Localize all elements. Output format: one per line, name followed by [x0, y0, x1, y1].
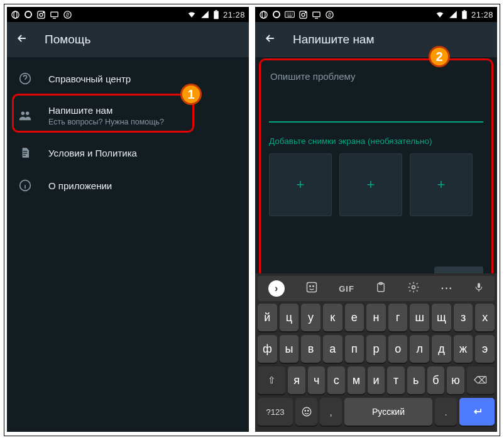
key[interactable]: у	[301, 304, 320, 331]
keyboard-suggest-bar: › GIF ···	[258, 276, 495, 301]
opera-icon	[259, 10, 268, 19]
key[interactable]: з	[454, 304, 473, 331]
emoji-key[interactable]	[295, 398, 317, 426]
keyboard-row-3: ⇧ я ч с м и т ь б ю ⌫	[258, 366, 495, 394]
period-key[interactable]: .	[435, 398, 457, 426]
screen-icon	[50, 10, 59, 19]
svg-point-4	[40, 13, 43, 16]
svg-point-14	[260, 11, 267, 18]
shazam-icon	[325, 10, 334, 19]
backspace-key[interactable]: ⌫	[467, 366, 495, 394]
key[interactable]: с	[327, 366, 345, 394]
key[interactable]: н	[366, 304, 386, 331]
key[interactable]: о	[388, 335, 408, 363]
highlight-box-1	[12, 94, 194, 133]
svg-point-33	[305, 410, 306, 412]
instagram-icon	[36, 10, 46, 19]
svg-point-2	[25, 11, 31, 18]
key[interactable]: г	[388, 304, 408, 331]
key[interactable]: ж	[454, 335, 473, 363]
key[interactable]: я	[288, 366, 305, 394]
key[interactable]: д	[432, 335, 451, 363]
svg-point-20	[305, 12, 306, 13]
help-item-about[interactable]: О приложении	[7, 169, 249, 202]
svg-rect-21	[313, 12, 320, 17]
back-icon[interactable]	[264, 32, 277, 47]
circle-icon	[272, 10, 281, 19]
key[interactable]: э	[475, 335, 495, 363]
svg-rect-25	[307, 283, 316, 292]
signal-icon	[449, 10, 457, 19]
numbers-key[interactable]: ?123	[258, 398, 293, 426]
help-item-terms[interactable]: Условия и Политика	[7, 136, 249, 169]
keyboard-row-4: ?123 , Русский .	[258, 398, 495, 426]
key[interactable]: т	[387, 366, 405, 394]
key[interactable]: в	[301, 335, 320, 363]
key[interactable]: к	[323, 304, 342, 331]
chevron-right-icon[interactable]: ›	[268, 280, 285, 297]
spacebar-key[interactable]: Русский	[344, 398, 432, 426]
more-icon[interactable]: ···	[441, 283, 453, 294]
gear-icon[interactable]	[407, 281, 420, 296]
key[interactable]: ю	[447, 366, 464, 394]
page-title: Напишите нам	[293, 33, 375, 47]
battery-icon	[213, 10, 219, 19]
shazam-icon	[63, 10, 72, 19]
svg-rect-8	[214, 11, 219, 19]
svg-rect-9	[215, 10, 217, 11]
mic-icon[interactable]	[474, 281, 484, 296]
svg-point-30	[412, 286, 415, 289]
help-item-help-center[interactable]: Справочный центр	[7, 62, 249, 95]
question-icon	[18, 72, 32, 85]
sticker-icon[interactable]	[305, 281, 318, 296]
svg-point-15	[262, 11, 265, 18]
opera-icon	[11, 10, 20, 19]
key[interactable]: щ	[432, 304, 451, 331]
key[interactable]: и	[368, 366, 385, 394]
svg-point-27	[313, 286, 314, 287]
key[interactable]: б	[427, 366, 445, 394]
back-icon[interactable]	[16, 32, 28, 47]
key[interactable]: й	[258, 304, 277, 331]
enter-key[interactable]	[459, 398, 495, 426]
key[interactable]: ч	[308, 366, 326, 394]
svg-rect-17	[285, 11, 295, 17]
document-icon	[18, 146, 32, 159]
battery-icon	[461, 10, 468, 19]
clipboard-icon[interactable]	[375, 281, 386, 296]
key[interactable]: ш	[410, 304, 429, 331]
keyboard-status-icon	[285, 11, 295, 18]
key[interactable]: п	[345, 335, 364, 363]
status-bar: 21:28	[255, 7, 497, 22]
svg-rect-24	[463, 10, 465, 11]
key[interactable]: е	[345, 304, 364, 331]
svg-rect-31	[478, 283, 480, 288]
svg-point-5	[43, 12, 44, 13]
help-item-label: Условия и Политика	[48, 148, 137, 158]
status-bar: 21:28	[7, 7, 249, 22]
key[interactable]: л	[410, 335, 429, 363]
comma-key[interactable]: ,	[320, 398, 342, 426]
screen-icon	[312, 10, 321, 19]
svg-point-19	[302, 13, 305, 16]
wifi-icon	[435, 10, 445, 19]
key[interactable]: ф	[258, 335, 277, 363]
key[interactable]: а	[323, 335, 342, 363]
key[interactable]: м	[348, 366, 365, 394]
svg-point-32	[302, 407, 311, 416]
key[interactable]: ь	[407, 366, 425, 394]
svg-rect-6	[51, 12, 58, 17]
app-header: Напишите нам	[255, 22, 497, 57]
shift-key[interactable]: ⇧	[258, 366, 285, 394]
key[interactable]: ц	[280, 304, 299, 331]
key[interactable]: р	[366, 335, 386, 363]
key[interactable]: х	[475, 304, 495, 331]
gif-button[interactable]: GIF	[339, 284, 354, 294]
key[interactable]: ы	[280, 335, 299, 363]
help-item-label: Справочный центр	[48, 74, 131, 84]
keyboard-row-2: ф ы в а п р о л д ж э	[258, 335, 495, 363]
info-icon	[18, 179, 32, 192]
svg-point-22	[326, 11, 333, 18]
svg-point-26	[310, 286, 311, 287]
clock: 21:28	[471, 10, 493, 19]
